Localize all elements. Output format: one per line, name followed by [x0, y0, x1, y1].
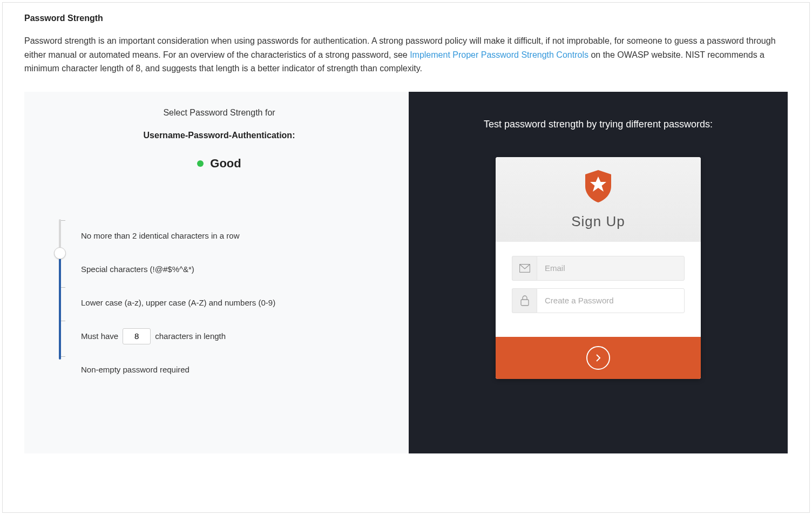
slider-tick	[61, 356, 65, 357]
rule-min-length-prefix: Must have	[81, 331, 118, 341]
strength-label: Good	[210, 157, 241, 171]
rule-non-empty: Non-empty password required	[81, 353, 275, 387]
test-title: Test password strength by trying differe…	[484, 119, 713, 130]
rule-identical-chars: No more than 2 identical characters in a…	[81, 219, 275, 253]
rule-case-numbers: Lower case (a-z), upper case (A-Z) and n…	[81, 286, 275, 320]
slider-tick	[61, 220, 65, 221]
auth0-logo-icon	[583, 170, 613, 202]
test-password-panel: Test password strength by trying differe…	[409, 92, 788, 453]
section-title: Password Strength	[24, 13, 788, 23]
strength-indicator-dot	[197, 160, 204, 167]
slider-track-active	[59, 254, 61, 360]
slider-tick	[61, 321, 65, 321]
select-title: Select Password Strength for	[46, 108, 393, 118]
strength-config-panel: Select Password Strength for Username-Pa…	[24, 92, 409, 453]
rule-special-chars: Special characters (!@#$%^&*)	[81, 253, 275, 286]
svg-rect-1	[521, 300, 529, 306]
card-footer	[496, 337, 701, 379]
strength-slider[interactable]	[54, 219, 65, 360]
min-chars-input[interactable]	[123, 328, 151, 344]
email-input[interactable]	[537, 256, 685, 281]
card-header: Sign Up	[496, 157, 701, 242]
email-icon	[512, 256, 537, 281]
card-body	[496, 242, 701, 337]
submit-button[interactable]	[586, 346, 610, 370]
lock-icon	[512, 288, 537, 313]
signup-title: Sign Up	[496, 213, 701, 230]
signup-card: Sign Up	[496, 157, 701, 379]
slider-handle[interactable]	[54, 247, 66, 259]
slider-tick	[61, 287, 65, 288]
connection-name: Username-Password-Authentication:	[46, 131, 393, 140]
owasp-link[interactable]: Implement Proper Password Strength Contr…	[410, 50, 588, 59]
password-input[interactable]	[537, 288, 685, 313]
rule-min-length-suffix: characters in length	[155, 331, 226, 341]
rule-min-length: Must have characters in length	[81, 320, 275, 353]
chevron-right-icon	[596, 354, 601, 362]
section-description: Password strength is an important consid…	[24, 34, 788, 76]
